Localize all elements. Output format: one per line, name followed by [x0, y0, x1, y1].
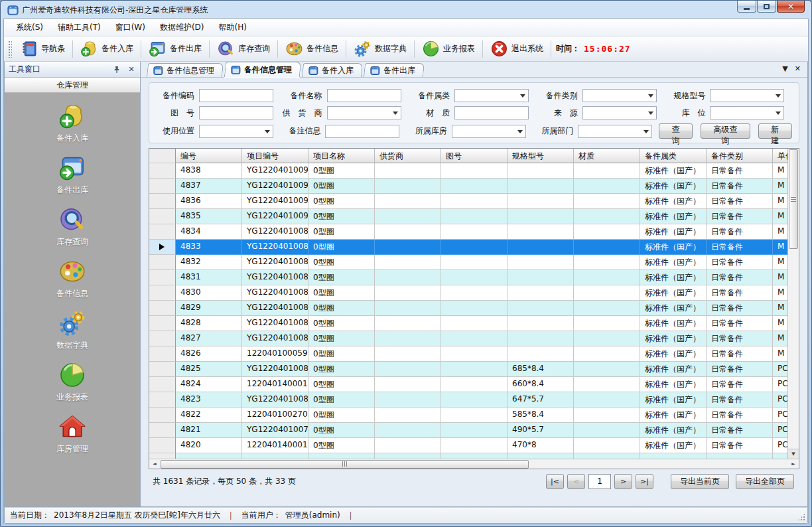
tab-close-icon[interactable]: ✕ — [795, 64, 801, 73]
table-row[interactable]: 4832YG122040100870型圈标准件（国产）日常备件M — [149, 255, 787, 270]
table-cell[interactable]: YG12204010080 — [242, 392, 308, 408]
toolbar-button-exit-system[interactable]: 退出系统 — [485, 37, 549, 60]
sidebar-item-data-dictionary[interactable]: 数据字典 — [33, 309, 112, 351]
bin-location-select[interactable] — [710, 106, 784, 119]
toolbar-button-data-dictionary[interactable]: 数据字典 — [348, 37, 412, 60]
table-cell[interactable]: M — [773, 331, 787, 346]
table-cell[interactable]: 1220401400012 — [242, 377, 308, 392]
table-cell[interactable] — [375, 377, 441, 392]
table-cell[interactable]: YG12204010092 — [242, 179, 308, 194]
table-cell[interactable] — [441, 346, 508, 362]
table-cell[interactable]: 4822 — [176, 408, 242, 423]
table-cell[interactable] — [441, 255, 508, 270]
row-selector[interactable] — [149, 301, 176, 316]
table-cell[interactable] — [508, 285, 574, 301]
table-cell[interactable] — [441, 316, 508, 331]
table-cell[interactable]: 1220401002700 — [242, 408, 308, 423]
table-cell[interactable]: 4831 — [176, 270, 242, 285]
table-cell[interactable]: 4835 — [176, 209, 242, 224]
table-cell[interactable] — [375, 285, 441, 301]
supplier-select[interactable] — [327, 106, 401, 119]
table-row[interactable]: 4837YG122040100920型圈标准件（国产）日常备件M — [149, 179, 787, 194]
table-cell[interactable] — [441, 331, 508, 346]
table-cell[interactable] — [375, 179, 441, 194]
table-cell[interactable] — [508, 346, 574, 362]
table-row[interactable]: 4828YG122040100830型圈标准件（国产）日常备件M — [149, 316, 787, 331]
table-cell[interactable] — [640, 453, 707, 459]
scroll-left-icon[interactable]: ◄ — [149, 459, 160, 469]
table-cell[interactable]: 0型圈 — [308, 346, 375, 362]
row-selector[interactable] — [149, 240, 176, 255]
grid-header-3[interactable]: 供货商 — [375, 149, 441, 163]
part-category-select[interactable] — [454, 89, 529, 102]
table-cell[interactable]: 4833 — [176, 240, 242, 255]
row-selector[interactable] — [149, 163, 176, 179]
table-cell[interactable]: 标准件（国产） — [640, 194, 707, 209]
previous-page-button[interactable]: < — [567, 474, 585, 489]
table-cell[interactable] — [508, 209, 574, 224]
table-cell[interactable] — [441, 240, 508, 255]
table-cell[interactable]: 4821 — [176, 423, 242, 438]
table-cell[interactable]: 4823 — [176, 392, 242, 408]
scroll-down-icon[interactable]: ▼ — [788, 449, 799, 459]
table-cell[interactable]: 0型圈 — [308, 362, 375, 377]
first-page-button[interactable]: |< — [546, 474, 564, 489]
table-cell[interactable] — [441, 377, 508, 392]
table-cell[interactable] — [508, 163, 574, 179]
close-button[interactable]: ✕ — [777, 1, 805, 13]
table-cell[interactable]: 0型圈 — [308, 179, 375, 194]
table-cell[interactable] — [508, 179, 574, 194]
table-cell[interactable] — [574, 179, 640, 194]
table-cell[interactable]: 日常备件 — [707, 362, 773, 377]
new-button[interactable]: 新建 — [758, 123, 792, 139]
source-select[interactable] — [582, 106, 657, 119]
table-cell[interactable]: 4826 — [176, 346, 242, 362]
table-cell[interactable] — [441, 285, 508, 301]
table-cell[interactable]: 日常备件 — [707, 377, 773, 392]
toolbar-button-business-report[interactable]: 业务报表 — [417, 37, 480, 60]
pin-icon[interactable] — [112, 65, 121, 74]
table-cell[interactable]: 490*5.7 — [508, 423, 574, 438]
grid-header-7[interactable]: 备件属类 — [640, 149, 707, 163]
table-cell[interactable] — [375, 438, 441, 453]
last-page-button[interactable]: >| — [636, 474, 653, 489]
table-cell[interactable]: 4824 — [176, 377, 242, 392]
table-cell[interactable]: 标准件（国产） — [640, 316, 707, 331]
table-row[interactable]: 4823YG122040100800型圈647*5.7标准件（国产）日常备件PC — [149, 392, 787, 408]
tab-parts-info-mgmt-2[interactable]: 备件信息管理 — [224, 62, 301, 77]
table-cell[interactable]: M — [773, 209, 787, 224]
table-cell[interactable]: 标准件（国产） — [640, 224, 707, 240]
query-button[interactable]: 查询 — [659, 123, 693, 139]
toolbar-button-parts-info[interactable]: 备件信息 — [280, 37, 344, 60]
table-row[interactable]: 4831YG122040100860型圈标准件（国产）日常备件M — [149, 270, 787, 285]
table-cell[interactable]: YG12204010093 — [242, 163, 308, 179]
export-current-page-button[interactable]: 导出当前页 — [671, 474, 729, 489]
row-selector[interactable] — [149, 346, 176, 362]
table-cell[interactable]: 标准件（国产） — [640, 255, 707, 270]
table-cell[interactable] — [375, 270, 441, 285]
vertical-scrollbar-thumb[interactable] — [789, 149, 798, 249]
table-cell[interactable]: 0型圈 — [308, 285, 375, 301]
table-cell[interactable] — [441, 453, 508, 459]
table-cell[interactable]: 标准件（国产） — [640, 285, 707, 301]
table-cell[interactable]: 0型圈 — [308, 392, 375, 408]
table-cell[interactable]: M — [773, 224, 787, 240]
row-selector[interactable] — [149, 377, 176, 392]
table-row[interactable]: 482612204010005990型圈标准件（国产）日常备件M — [149, 346, 787, 362]
table-cell[interactable] — [574, 423, 640, 438]
table-cell[interactable] — [375, 453, 441, 459]
table-row[interactable]: 4834YG122040100890型圈标准件（国产）日常备件M — [149, 224, 787, 240]
table-cell[interactable]: YG12204010081 — [242, 362, 308, 377]
table-cell[interactable]: YG12204010090 — [242, 209, 308, 224]
table-cell[interactable] — [375, 240, 441, 255]
spec-model-select[interactable] — [710, 89, 784, 102]
table-cell[interactable] — [707, 453, 773, 459]
menu-item-4[interactable]: 帮助(H) — [212, 19, 253, 36]
table-cell[interactable] — [574, 224, 640, 240]
grid-header-2[interactable]: 项目名称 — [308, 149, 375, 163]
sidebar-item-parts-info[interactable]: 备件信息 — [33, 258, 112, 299]
row-selector[interactable] — [149, 209, 176, 224]
table-cell[interactable] — [574, 255, 640, 270]
row-selector[interactable] — [149, 316, 176, 331]
menu-item-2[interactable]: 窗口(W) — [109, 19, 152, 36]
